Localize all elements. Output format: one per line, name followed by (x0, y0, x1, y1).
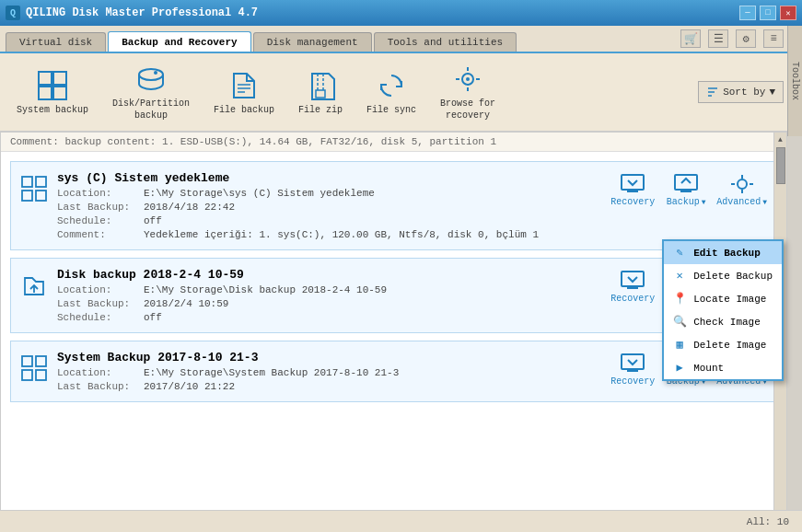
recovery-label-1: Recovery (610, 197, 655, 207)
toolbox-label: Toolbox (790, 62, 800, 100)
advanced-button-1[interactable]: Advanced ▼ (716, 171, 767, 207)
close-button[interactable]: ✕ (780, 6, 796, 20)
svg-rect-2 (39, 87, 52, 99)
svg-rect-48 (22, 356, 32, 366)
svg-point-4 (139, 69, 163, 80)
browse-recovery-button[interactable]: Browse for recovery (433, 59, 503, 125)
gear-icon[interactable]: ⚙ (736, 29, 756, 48)
status-all-label: All: (747, 516, 771, 527)
svg-rect-23 (22, 191, 32, 201)
backup-item-icon (20, 354, 48, 382)
svg-point-13 (466, 77, 470, 81)
scroll-up-arrow[interactable]: ▲ (774, 133, 786, 145)
backup-item-info: sys (C) Sistem yedekleme Location: E:\My… (57, 171, 600, 240)
sort-arrow: ▼ (769, 87, 775, 98)
context-edit-backup[interactable]: ✎ Edit Backup (664, 241, 782, 264)
file-sync-button[interactable]: File sync (359, 65, 424, 120)
tab-disk-management[interactable]: Disk management (253, 32, 372, 52)
svg-rect-22 (36, 177, 46, 187)
context-locate-image[interactable]: 📍 Locate Image (664, 287, 782, 310)
context-mount[interactable]: ▶ Mount (664, 356, 782, 379)
recovery-button-1[interactable]: Recovery (610, 171, 656, 207)
recovery-icon-3 (620, 351, 645, 376)
maximize-button[interactable]: □ (760, 6, 776, 20)
status-bar: All: 10 (0, 510, 802, 532)
edit-backup-icon: ✎ (673, 246, 686, 260)
file-backup-button[interactable]: File backup (206, 65, 282, 120)
mount-icon: ▶ (673, 361, 686, 375)
backup-item-title-3: System Backup 2017-8-10 21-3 (57, 351, 600, 364)
backup-icon-1 (673, 171, 699, 197)
svg-rect-37 (622, 272, 644, 286)
recovery-icon-2 (620, 268, 645, 294)
backup-button-1[interactable]: Backup ▼ (663, 171, 709, 207)
svg-rect-50 (22, 370, 32, 380)
file-zip-button[interactable]: File zip (291, 65, 350, 120)
tab-bar: Virtual disk Backup and Recovery Disk ma… (0, 26, 802, 53)
svg-rect-3 (53, 87, 66, 99)
backup-item-actions: Recovery Backup ▼ (610, 171, 767, 207)
context-check-image[interactable]: 🔍 Check Image (664, 310, 782, 333)
cart-icon[interactable]: 🛒 (680, 29, 701, 48)
tab-backup-recovery[interactable]: Backup and Recovery (108, 31, 250, 52)
svg-rect-25 (622, 175, 644, 190)
advanced-label-1: Advanced ▼ (716, 197, 767, 207)
context-delete-backup[interactable]: ✕ Delete Backup (664, 264, 782, 287)
svg-rect-52 (622, 354, 644, 369)
svg-rect-1 (53, 72, 66, 85)
backup-location-row: Location: E:\My Storage\sys (C) Sistem y… (57, 188, 600, 199)
backup-item-info: System Backup 2017-8-10 21-3 Location: E… (57, 351, 600, 392)
disk-partition-backup-button[interactable]: Disk/Partition backup (105, 59, 197, 125)
tab-virtual-disk[interactable]: Virtual disk (6, 32, 106, 52)
backup-item-title-2: Disk backup 2018-2-4 10-59 (57, 268, 600, 282)
recovery-label-2: Recovery (610, 294, 655, 304)
tab-tools-utilities[interactable]: Tools and utilities (374, 32, 517, 52)
title-bar: Q QILING Disk Master Professional 4.7 ─ … (0, 0, 802, 26)
backup-schedule-row: Schedule: off (57, 215, 600, 226)
svg-rect-0 (39, 72, 52, 85)
window-title: QILING Disk Master Professional 4.7 (26, 6, 739, 19)
tab-right-icons: 🛒 ☰ ⚙ ≡ (680, 29, 784, 52)
app-icon: Q (6, 6, 20, 20)
advanced-icon-1 (729, 171, 755, 197)
sort-icon (706, 86, 719, 98)
file-backup-label: File backup (214, 104, 274, 116)
backup-comment-row: Comment: Yedekleme içeriği: 1. sys(C:), … (57, 229, 600, 240)
recovery-icon-1 (620, 171, 645, 197)
status-count: 10 (777, 516, 789, 527)
browse-recovery-icon (451, 63, 484, 96)
file-zip-label: File zip (298, 104, 343, 116)
file-backup-icon (227, 69, 261, 102)
system-backup-label: System backup (17, 104, 88, 116)
comment-bar: Comment: backup content: 1. ESD-USB(S:),… (1, 133, 786, 152)
delete-backup-icon: ✕ (673, 269, 686, 283)
list-icon[interactable]: ☰ (708, 29, 728, 48)
svg-rect-11 (316, 90, 325, 98)
sort-button[interactable]: Sort by ▼ (698, 81, 784, 103)
scroll-track (776, 147, 785, 184)
locate-image-icon: 📍 (673, 292, 686, 306)
file-zip-icon (304, 69, 337, 102)
backup-item-info: Disk backup 2018-2-4 10-59 Location: E:\… (57, 268, 600, 323)
svg-rect-24 (36, 191, 46, 201)
menu-icon[interactable]: ≡ (763, 29, 784, 48)
sort-label: Sort by (723, 87, 765, 98)
context-menu: ✎ Edit Backup ✕ Delete Backup 📍 Locate I… (662, 239, 784, 381)
backup-item-title: sys (C) Sistem yedekleme (57, 171, 600, 185)
recovery-button-2[interactable]: Recovery (610, 268, 656, 304)
svg-rect-21 (22, 177, 32, 187)
toolbox-panel[interactable]: Toolbox (787, 26, 802, 136)
svg-point-5 (154, 71, 157, 75)
disk-partition-icon (134, 63, 168, 96)
window-controls: ─ □ ✕ (739, 6, 796, 20)
file-sync-label: File sync (366, 104, 416, 116)
recovery-button-3[interactable]: Recovery (610, 351, 656, 387)
context-delete-image[interactable]: ▦ Delete Image (664, 333, 782, 356)
delete-image-icon: ▦ (673, 338, 686, 352)
scroll-thumb[interactable] (776, 147, 785, 184)
system-backup-button[interactable]: System backup (9, 65, 96, 120)
system-backup-icon (36, 69, 69, 102)
browse-recovery-label: Browse for recovery (440, 98, 495, 121)
svg-rect-51 (36, 370, 46, 380)
minimize-button[interactable]: ─ (739, 6, 756, 20)
